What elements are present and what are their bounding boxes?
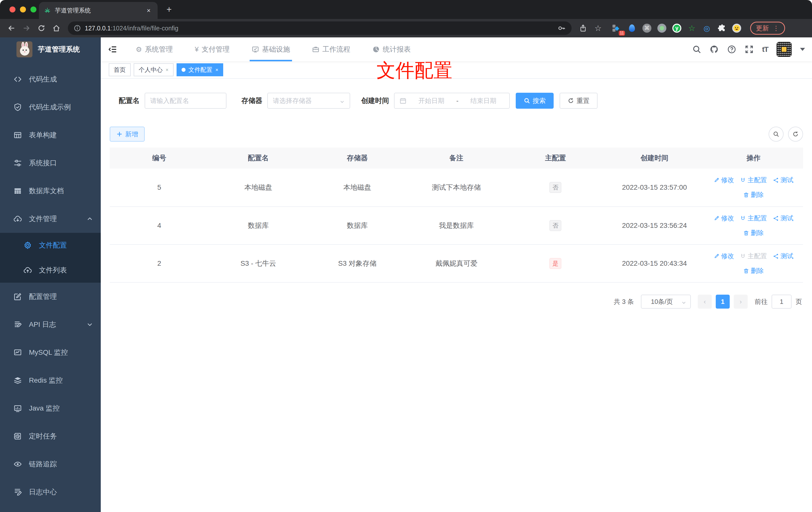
tag-close-icon[interactable]: × <box>166 67 169 73</box>
extension-star-icon[interactable]: ☆ <box>687 24 696 33</box>
github-icon[interactable] <box>710 45 719 54</box>
table-row: 5本地磁盘本地磁盘测试下本地存储否2022-03-15 23:57:00修改主配… <box>110 169 803 206</box>
sidebar-item-file-config[interactable]: 文件配置 <box>0 233 101 258</box>
tag-文件配置[interactable]: 文件配置× <box>177 63 224 76</box>
sidebar-item-label: API 日志 <box>29 320 80 329</box>
topnav-item-system[interactable]: ⚙系统管理 <box>125 37 184 61</box>
config-name-label: 配置名 <box>119 96 140 106</box>
row-action-主配置[interactable]: 主配置 <box>740 252 767 261</box>
date-range-picker[interactable]: 开始日期 - 结束日期 <box>394 93 510 109</box>
help-icon[interactable] <box>727 45 736 54</box>
url-path: :1024/infra/file/file-config <box>111 25 178 32</box>
password-key-icon[interactable] <box>558 24 566 32</box>
next-page-button[interactable]: › <box>734 295 748 309</box>
sidebar-item-log-center[interactable]: 日志中心 <box>0 478 101 506</box>
row-action-主配置[interactable]: 主配置 <box>740 176 767 184</box>
sidebar-item-code-gen[interactable]: 代码生成 <box>0 65 101 93</box>
search-button[interactable]: 搜索 <box>516 93 554 109</box>
calendar-icon <box>400 97 406 104</box>
page-1-button[interactable]: 1 <box>716 295 730 309</box>
topnav-item-infra[interactable]: 基础设施 <box>241 37 301 61</box>
tab-close-icon[interactable]: × <box>145 6 153 14</box>
tag-首页[interactable]: 首页 <box>109 63 131 76</box>
storage-select[interactable]: 请选择存储器 <box>267 93 350 109</box>
start-date-placeholder[interactable]: 开始日期 <box>410 96 453 105</box>
goto-page-input[interactable] <box>772 295 791 309</box>
fullscreen-icon[interactable] <box>745 45 754 54</box>
pencil-icon <box>714 177 720 183</box>
row-action-修改[interactable]: 修改 <box>714 252 734 261</box>
master-tag: 否 <box>549 220 561 231</box>
sidebar-item-mysql-monitor[interactable]: MySQL 监控 <box>0 338 101 366</box>
sidebar-item-file-mgmt[interactable]: 文件管理 <box>0 205 101 233</box>
tag-close-icon[interactable]: × <box>215 67 219 73</box>
sidebar-item-sys-api[interactable]: 系统接口 <box>0 149 101 177</box>
row-action-修改[interactable]: 修改 <box>714 214 734 222</box>
sidebar-item-java-monitor[interactable]: Java 监控 <box>0 394 101 422</box>
window-controls[interactable] <box>9 6 36 12</box>
row-action-删除[interactable]: 删除 <box>743 267 764 275</box>
topnav-item-workflow[interactable]: 工作流程 <box>301 37 361 61</box>
forward-icon[interactable] <box>20 22 33 35</box>
reset-button[interactable]: 重置 <box>560 93 598 109</box>
sidebar-item-file-list[interactable]: 文件列表 <box>0 258 101 283</box>
zoom-window-button[interactable] <box>30 6 36 12</box>
extension-record-icon[interactable] <box>657 24 666 33</box>
row-action-主配置[interactable]: 主配置 <box>740 214 767 222</box>
browser-update-button[interactable]: 更新 ⋮ <box>750 22 785 35</box>
config-name-input[interactable] <box>145 93 227 109</box>
toggle-search-button[interactable] <box>768 127 784 142</box>
extensions-puzzle-icon[interactable] <box>717 24 726 33</box>
extension-command-icon[interactable]: ⌘ <box>642 24 651 33</box>
row-action-删除[interactable]: 删除 <box>743 229 764 237</box>
tag-个人中心[interactable]: 个人中心× <box>134 63 174 76</box>
row-action-测试[interactable]: 测试 <box>773 214 793 222</box>
close-window-button[interactable] <box>9 6 16 12</box>
table-header-row: 编号配置名存储器备注主配置创建时间操作 <box>110 148 803 169</box>
sidebar-item-api-log[interactable]: API 日志 <box>0 310 101 338</box>
search-icon[interactable] <box>692 45 701 54</box>
prev-page-button[interactable]: ‹ <box>698 295 712 309</box>
extension-diamond-icon[interactable]: ◆ 11 <box>612 24 621 33</box>
extension-y-icon[interactable]: y <box>672 24 681 33</box>
chart-monitor-icon <box>13 348 22 357</box>
extension-gem-icon[interactable] <box>628 24 636 33</box>
browser-tab[interactable]: 芋道管理系统 × <box>39 2 157 19</box>
sidebar-item-cron-job[interactable]: 定时任务 <box>0 422 101 450</box>
user-menu-caret-icon[interactable] <box>800 48 805 51</box>
font-size-icon[interactable]: tT <box>762 45 768 54</box>
address-bar[interactable]: 127.0.0.1:1024/infra/file/file-config <box>68 22 572 35</box>
row-action-修改[interactable]: 修改 <box>714 176 734 184</box>
minimize-window-button[interactable] <box>20 6 26 12</box>
sidebar-item-db-doc[interactable]: 数据库文档 <box>0 177 101 205</box>
cloud-up-icon <box>24 266 32 274</box>
sidebar-item-config-mgmt[interactable]: 配置管理 <box>0 283 101 310</box>
end-date-placeholder[interactable]: 结束日期 <box>462 96 504 105</box>
add-button[interactable]: 新增 <box>110 127 145 142</box>
logo-rabbit-avatar <box>17 41 32 57</box>
extension-eye-icon[interactable]: ◎ <box>702 24 711 33</box>
sidebar-collapse-icon[interactable] <box>101 37 125 61</box>
table-body: 5本地磁盘本地磁盘测试下本地存储否2022-03-15 23:57:00修改主配… <box>110 169 803 282</box>
row-action-测试[interactable]: 测试 <box>773 176 793 184</box>
home-icon[interactable] <box>50 22 63 35</box>
new-tab-button[interactable]: + <box>163 3 176 16</box>
sidebar-item-trace[interactable]: 链路追踪 <box>0 450 101 478</box>
share-icon[interactable] <box>577 22 589 35</box>
row-action-测试[interactable]: 测试 <box>773 252 793 261</box>
profile-emoji-icon[interactable] <box>732 24 741 33</box>
bookmark-star-icon[interactable]: ☆ <box>591 22 605 35</box>
browser-menu-icon[interactable]: ⋮ <box>773 24 779 32</box>
user-avatar[interactable] <box>777 42 791 57</box>
topnav-item-payment[interactable]: ¥支付管理 <box>184 37 241 61</box>
reload-icon[interactable] <box>35 22 48 35</box>
page-size-select[interactable]: 10条/页 <box>641 295 691 309</box>
row-action-删除[interactable]: 删除 <box>743 190 764 199</box>
refresh-table-button[interactable] <box>788 127 803 142</box>
sidebar-item-form-build[interactable]: 表单构建 <box>0 121 101 149</box>
site-info-icon[interactable] <box>74 25 81 32</box>
app-logo[interactable]: 芋道管理系统 <box>0 37 101 61</box>
sidebar-item-code-demo[interactable]: 代码生成示例 <box>0 93 101 121</box>
sidebar-item-redis-monitor[interactable]: Redis 监控 <box>0 366 101 394</box>
back-icon[interactable] <box>5 22 18 35</box>
